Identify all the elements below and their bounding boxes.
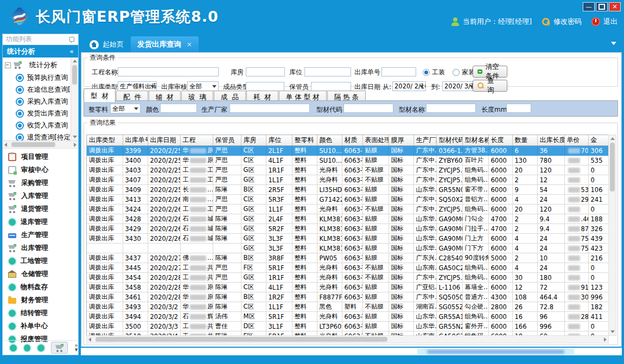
- scroll-down-icon[interactable]: [610, 330, 615, 333]
- tab-list-dropdown-icon[interactable]: [611, 42, 616, 45]
- column-header[interactable]: 数量: [512, 135, 537, 146]
- tree-horizontal-scrollbar[interactable]: [3, 141, 78, 149]
- column-header[interactable]: 保管员: [213, 135, 241, 146]
- table-row[interactable]: 调拨出库34132020/2/26南…严思C区5R3F整料G714226063-…: [87, 195, 609, 205]
- column-header[interactable]: 长度: [488, 135, 512, 146]
- scroll-thumb[interactable]: [11, 142, 55, 147]
- profile-code-input[interactable]: [343, 104, 393, 113]
- tree-item[interactable]: 退货查询[待定]: [16, 131, 71, 141]
- table-row[interactable]: 调拨出库34282020/2/26石城陈琳G区2L4F整料KLM38176063…: [87, 214, 609, 224]
- length-input[interactable]: [506, 104, 531, 113]
- project-name-input[interactable]: [118, 67, 219, 76]
- circle-icon[interactable]: [10, 344, 17, 352]
- radio-option[interactable]: 家装: [453, 67, 475, 77]
- scroll-down-icon[interactable]: [73, 136, 77, 138]
- sidebar-module-item[interactable]: 物料盘存: [3, 280, 78, 293]
- material-tab[interactable]: 型 材: [84, 88, 116, 102]
- table-row[interactable]: 调拨出库34092020/2/25长…陈琳B区2R5F整料LI35HD6063-…: [87, 185, 609, 195]
- tree-expander-icon[interactable]: [5, 62, 11, 68]
- sidebar-module-item[interactable]: 退库管理: [3, 215, 78, 228]
- column-header[interactable]: 材质: [342, 135, 362, 146]
- column-header[interactable]: 整零料: [292, 135, 317, 146]
- table-row[interactable]: 调拨出库34032020/2/25工工程严思G区1R1F整料光身料6063-T5…: [87, 165, 609, 175]
- table-row[interactable]: 调拨出库34292020/2/26石城陈琳G区5R2F整料KLM38176063…: [87, 224, 609, 234]
- sidebar-module-item[interactable]: 补单中心: [3, 320, 78, 333]
- table-row[interactable]: 调拨出库34542020/2/28工共工程严思G区1R1F整料光身料6063-T…: [87, 273, 609, 283]
- sidebar-module-item[interactable]: 入库管理: [3, 189, 78, 202]
- change-password-button[interactable]: 修改密码: [542, 17, 582, 27]
- scroll-right-icon[interactable]: [604, 337, 607, 342]
- scroll-thumb[interactable]: [610, 143, 615, 191]
- column-header[interactable]: 出库单号: [123, 135, 148, 146]
- tree-item[interactable]: 在途信息查询[待定]: [16, 84, 71, 95]
- column-header[interactable]: 生产厂家: [413, 135, 436, 146]
- sidebar-module-item[interactable]: 仓储管理: [3, 267, 78, 280]
- column-header[interactable]: 颜色: [317, 135, 342, 146]
- scroll-thumb[interactable]: [72, 65, 77, 85]
- sidebar-module-item[interactable]: 采购管理: [3, 176, 78, 189]
- location-input[interactable]: [304, 67, 351, 76]
- column-header[interactable]: 单价: [564, 135, 588, 146]
- table-row[interactable]: 调拨出库34612020/2/28华原…陈琳B区1R2F整料F8877FT606…: [87, 292, 609, 302]
- radio-option[interactable]: 工装: [423, 67, 445, 77]
- factory-input[interactable]: [230, 104, 310, 113]
- column-header[interactable]: 型材代码: [436, 135, 462, 146]
- sidebar-module-item[interactable]: 项目管理: [3, 150, 78, 163]
- sidebar-section-header[interactable]: 统计分析 «: [3, 45, 78, 58]
- table-row[interactable]: 调拨出库34452020/2/27工共工程严思F区5R1F整料光身料6063-T…: [87, 263, 609, 273]
- table-row[interactable]: 调拨出库34582020/2/28华原…陈琳C区4L1F整料光身料6063-T5…: [87, 283, 609, 292]
- color-input[interactable]: [160, 104, 197, 113]
- tree-vertical-scrollbar[interactable]: [71, 58, 78, 141]
- tab-shipment-outbound-query[interactable]: 发货出库查询 ×: [131, 36, 199, 52]
- clear-conditions-button[interactable]: 清空条件: [473, 66, 507, 78]
- tab-close-icon[interactable]: ×: [187, 41, 192, 48]
- logout-button[interactable]: 退出: [591, 17, 617, 27]
- circle-icon[interactable]: [24, 344, 31, 352]
- column-header[interactable]: 工程: [180, 135, 213, 146]
- grid-vertical-scrollbar[interactable]: [608, 135, 616, 336]
- scroll-up-icon[interactable]: [73, 60, 77, 62]
- sidebar-module-item[interactable]: 结转管理: [3, 306, 78, 320]
- tree-root-node[interactable]: 统计分析: [5, 59, 71, 72]
- sidebar-module-item[interactable]: 审核中心: [3, 163, 78, 176]
- sidebar-module-item[interactable]: 财务管理: [3, 293, 78, 306]
- scroll-left-icon[interactable]: [4, 143, 7, 147]
- order-no-input[interactable]: [381, 67, 416, 76]
- table-row[interactable]: 调拨出库35002020/3/3工共工程曹佳D区3L1F整料LT3P606063…: [87, 322, 609, 331]
- whole-part-select[interactable]: 全部: [110, 104, 141, 113]
- collapse-icon[interactable]: «: [69, 45, 74, 58]
- table-row[interactable]: 调拨出库34932020/3/2华原…陈琳C区1L1F整料黑色塑料不贴膜国标湖南…: [87, 302, 609, 312]
- warehouse-input[interactable]: [246, 67, 285, 76]
- profile-name-input[interactable]: [426, 104, 476, 113]
- column-header[interactable]: 库房: [241, 135, 266, 146]
- circle-icon[interactable]: [37, 344, 44, 352]
- table-row[interactable]: 调拨出库34302020/2/26石城陈琳G区3L3F整料KLM38176063…: [87, 234, 609, 244]
- column-header[interactable]: 金: [588, 135, 609, 146]
- sidebar-module-item[interactable]: 退货管理: [3, 202, 78, 215]
- scroll-thumb[interactable]: [95, 337, 387, 342]
- column-header[interactable]: 膜厚: [389, 135, 413, 146]
- sidebar-module-item[interactable]: 工地管理: [3, 254, 78, 267]
- column-header[interactable]: 出库长度: [537, 135, 564, 146]
- tree-item[interactable]: 预算执行查询: [16, 72, 71, 84]
- tab-home[interactable]: 起始页: [84, 37, 129, 52]
- scroll-right-icon[interactable]: [74, 143, 77, 147]
- column-header[interactable]: 出库日期: [148, 135, 180, 146]
- table-row[interactable]: 调拨出库33992020/2/25华原…严思C区2L1F整料SU10…6063-…: [87, 146, 609, 156]
- scroll-left-icon[interactable]: [88, 337, 91, 342]
- overflow-chevron-button[interactable]: »▾: [74, 343, 78, 352]
- maximize-button[interactable]: [596, 2, 608, 11]
- sidebar-module-item[interactable]: 出库管理: [3, 241, 78, 254]
- cart-toolbar-button[interactable]: [51, 342, 68, 354]
- tree-item[interactable]: 采购入库查询: [16, 95, 71, 107]
- table-row[interactable]: 调拨出库34372020/2/27佛…陈琳B区3R8F整料PW056063-T5…: [87, 253, 609, 263]
- table-row[interactable]: G区3L3F整料KLM38176063-T5贴膜国标山东华…GA90M09…门下…: [87, 244, 609, 253]
- column-header[interactable]: 表面处理: [362, 135, 389, 146]
- minimize-button[interactable]: —: [583, 2, 595, 11]
- close-button[interactable]: ✕: [609, 2, 621, 11]
- column-header[interactable]: 出库类型: [87, 135, 123, 146]
- tree-item[interactable]: 收货入库查询: [16, 119, 71, 131]
- table-row[interactable]: 调拨出库34072020/2/25工工程严思G区1L1F整料光身料6063-T5…: [87, 175, 609, 185]
- column-header[interactable]: 库位: [266, 135, 292, 146]
- scroll-up-icon[interactable]: [610, 137, 615, 140]
